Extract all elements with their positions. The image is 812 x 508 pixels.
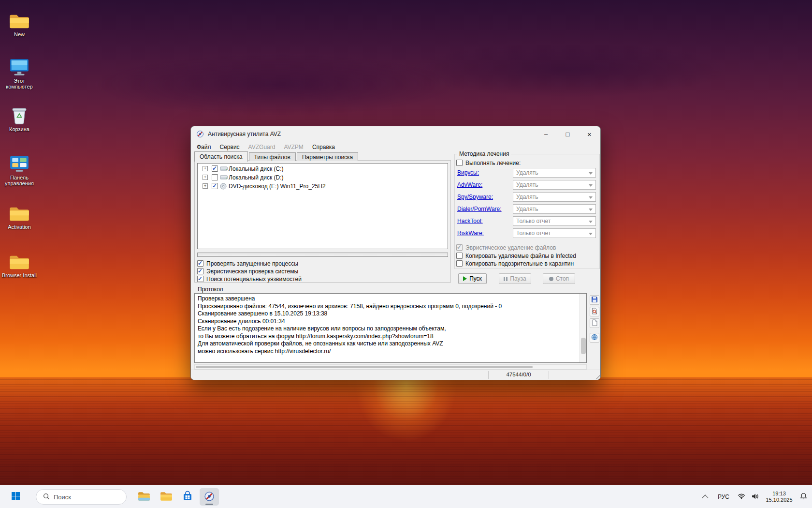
riskware-category-link[interactable]: RiskWare: (457, 230, 484, 237)
web-service-button[interactable] (590, 333, 599, 343)
volume-tray-button[interactable] (748, 488, 762, 506)
tab-search-area[interactable]: Область поиска (194, 151, 248, 162)
start-button-taskbar[interactable] (6, 488, 25, 506)
folder-icon (0, 200, 39, 223)
tree-item-checkbox[interactable] (212, 174, 218, 180)
horizontal-scrollbar[interactable] (194, 364, 587, 370)
status-divider (549, 371, 549, 379)
chevron-down-icon (589, 221, 593, 223)
dialer-category-link[interactable]: Dialer/PornWare: (457, 206, 502, 212)
option-label: Эвристическая проверка системы (206, 268, 298, 275)
protocol-log[interactable]: Проверка завершена Просканировано файлов… (195, 294, 580, 362)
spyware-action-select[interactable]: Удалять (513, 192, 596, 202)
perform-treatment-checkbox[interactable] (456, 160, 463, 166)
save-icon (591, 296, 598, 304)
language-indicator[interactable]: РУС (714, 488, 733, 506)
start-button[interactable]: Пуск (458, 273, 487, 284)
viruses-action-select[interactable]: Удалять (513, 168, 596, 178)
hacktool-category-link[interactable]: HackTool: (457, 218, 483, 224)
dvd-icon (220, 183, 227, 190)
tab-file-types[interactable]: Типы файлов (249, 152, 296, 161)
desktop-icon-label: Корзина (0, 126, 39, 132)
notification-center-button[interactable] (797, 488, 810, 506)
tray-overflow-button[interactable] (699, 488, 712, 506)
taskbar-file-explorer[interactable] (134, 488, 154, 506)
file-explorer-icon (138, 491, 150, 503)
tree-item-disk-d[interactable]: Локальный диск (D:) (198, 173, 448, 182)
desktop-icon-label: Activation (0, 224, 39, 230)
search-area-tree[interactable]: Локальный диск (C:) Локальный диск (D:) … (197, 163, 448, 249)
stop-button[interactable]: Стоп (543, 273, 575, 284)
expand-toggle-icon[interactable] (203, 166, 208, 171)
copy-quarantine-checkbox[interactable] (456, 260, 463, 267)
search-protocol-button[interactable] (590, 307, 599, 316)
tree-item-label: Локальный диск (C:) (229, 165, 284, 172)
tree-item-checkbox[interactable] (212, 183, 218, 189)
expand-toggle-icon[interactable] (203, 183, 208, 189)
search-document-icon (591, 308, 598, 316)
avz-logo-icon (196, 130, 204, 138)
chevron-down-icon (589, 172, 593, 175)
desktop-icon-activation[interactable]: Activation (0, 200, 39, 230)
taskbar-avz[interactable] (200, 488, 219, 506)
titlebar[interactable]: Антивирусная утилита AVZ – □ × (191, 126, 600, 142)
protocol-log-box: Проверка завершена Просканировано файлов… (194, 293, 587, 363)
spyware-category-link[interactable]: Spy/Spyware: (457, 194, 493, 200)
avz-window: Антивирусная утилита AVZ – □ × Файл Серв… (190, 126, 601, 380)
search-icon (43, 493, 50, 501)
checkbox[interactable] (197, 268, 203, 274)
hacktool-action-select[interactable]: Только отчет (513, 216, 596, 226)
new-document-button[interactable] (590, 318, 599, 328)
adware-category-link[interactable]: AdvWare: (457, 181, 482, 188)
save-protocol-button[interactable] (590, 295, 599, 305)
chevron-up-icon (702, 494, 708, 501)
scrollbar-thumb[interactable] (196, 366, 533, 368)
option-label: Копировать удаляемые файлы в Infected (465, 253, 576, 259)
taskbar-search[interactable]: Поиск (36, 489, 127, 505)
desktop-icon-recycle-bin[interactable]: Корзина (0, 103, 39, 132)
tree-item-dvd-e[interactable]: DVD-дисковод (E:) Win11_Pro_25H2 (198, 182, 448, 191)
document-icon (591, 319, 598, 328)
tree-item-disk-c[interactable]: Локальный диск (C:) (198, 164, 448, 173)
riskware-action-select[interactable]: Только отчет (513, 228, 596, 238)
taskbar: Поиск РУС (0, 485, 812, 508)
desktop-icon-label: Панель управления (0, 175, 39, 186)
desktop-icon-new[interactable]: New (0, 8, 39, 37)
taskbar-clock[interactable]: 19:13 15.10.2025 (763, 488, 796, 506)
scrollbar-thumb[interactable] (581, 338, 586, 354)
taskbar-folder[interactable] (157, 488, 176, 506)
close-button[interactable]: × (579, 126, 600, 142)
taskbar-store[interactable] (178, 488, 197, 506)
option-label: Проверять запущенные процессы (206, 260, 298, 267)
chevron-down-icon (589, 196, 593, 199)
checkbox[interactable] (197, 276, 203, 282)
heuristic-delete-checkbox[interactable] (456, 244, 463, 251)
windows-logo-icon (12, 492, 20, 502)
viruses-category-link[interactable]: Вирусы: (457, 169, 479, 176)
expand-toggle-icon[interactable] (203, 175, 208, 180)
network-tray-button[interactable] (735, 488, 748, 506)
maximize-button[interactable]: □ (557, 126, 579, 142)
adware-action-select[interactable]: Удалять (513, 180, 596, 190)
scan-counter: 47544/0/0 (489, 372, 549, 377)
checkbox[interactable] (197, 260, 203, 267)
window-title: Антивирусная утилита AVZ (208, 131, 281, 137)
chevron-down-icon (589, 233, 593, 235)
desktop-icon-label: New (0, 31, 39, 37)
desktop-icon-control-panel[interactable]: Панель управления (0, 151, 39, 186)
desktop-icon-browser-install[interactable]: Browser Install (0, 249, 39, 278)
resize-grip[interactable] (594, 373, 600, 379)
minimize-button[interactable]: – (535, 126, 557, 142)
option-label: Копировать подозрительные в карантин (465, 260, 574, 267)
tree-item-checkbox[interactable] (212, 165, 218, 172)
pause-button[interactable]: Пауза (499, 273, 531, 284)
desktop-icon-label: Этот компьютер (0, 78, 39, 90)
search-placeholder: Поиск (54, 493, 71, 501)
globe-icon (591, 334, 598, 342)
log-line: то Вы можете обратиться на форум http://… (198, 333, 577, 341)
tab-search-params[interactable]: Параметры поиска (297, 152, 358, 161)
desktop-icon-this-pc[interactable]: Этот компьютер (0, 54, 39, 90)
vertical-scrollbar[interactable] (580, 294, 586, 362)
dialer-action-select[interactable]: Удалять (513, 204, 596, 214)
copy-infected-checkbox[interactable] (456, 253, 463, 259)
